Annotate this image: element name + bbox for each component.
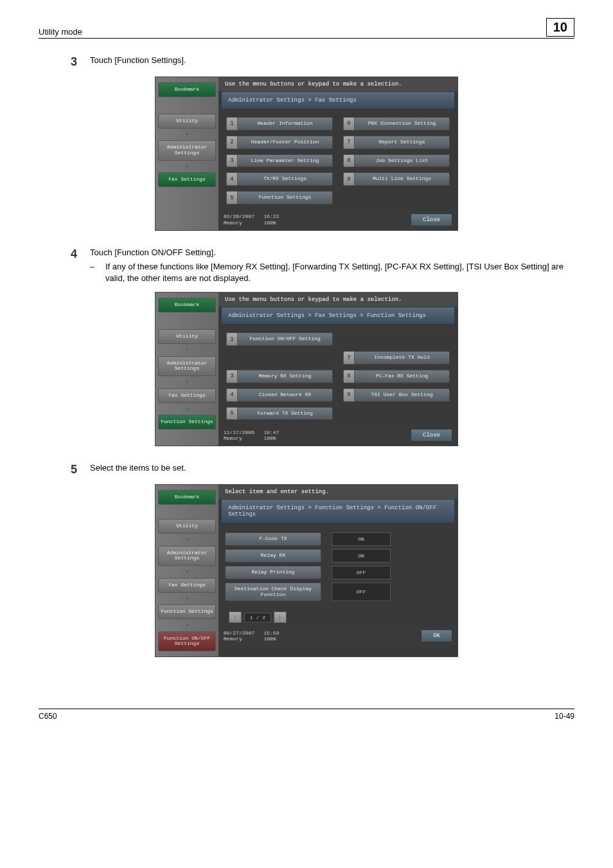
screen-instruction: Select item and enter setting. [218,485,458,499]
chevron-down-icon: ▾ [158,165,216,169]
menu-number: 6 [343,117,355,131]
menu-job-settings-list[interactable]: Job Settings List [355,154,450,168]
setting-relay-rx[interactable]: Relay RX [225,549,321,563]
menu-closed-network-rx[interactable]: Closed Network RX [238,388,333,402]
setting-value: OFF [332,566,391,579]
sidebar-admin-settings[interactable]: Administrator Settings [158,546,216,566]
menu-number: 9 [343,388,355,402]
bullet-dash: – [90,261,105,284]
sidebar-admin-settings[interactable]: Administrator Settings [158,356,216,377]
sidebar-fax-settings[interactable]: Fax Settings [158,172,216,187]
sidebar-bookmark[interactable]: Bookmark [158,490,216,505]
breadcrumb: Administrator Settings > Fax Settings > … [221,307,455,325]
status-bar: 09/27/2007 15:50 Memory 100% [224,630,279,642]
chapter-number: 10 [546,18,574,37]
sidebar-function-settings[interactable]: Function Settings [158,415,216,429]
screenshot-function-onoff: Bookmark Utility ▾ Administrator Setting… [155,484,458,657]
page-header: Utility mode 10 [39,18,574,39]
sidebar-bookmark[interactable]: Bookmark [158,82,216,97]
page-down-button[interactable]: ↓ [274,611,287,623]
menu-number: 3 [226,154,238,168]
menu-tsi-user-box[interactable]: TSI User Box Setting [355,388,450,402]
sidebar-function-onoff[interactable]: Function ON/OFF Settings [158,631,216,652]
page-footer: C650 10-49 [39,709,574,721]
menu-tx-rx-settings[interactable]: TX/RX Settings [238,172,333,186]
menu-number: 8 [343,154,355,168]
sidebar-function-settings[interactable]: Function Settings [158,604,216,619]
footer-model: C650 [39,712,57,721]
screenshot-fax-settings: Bookmark Utility ▾ Administrator Setting… [155,77,458,231]
menu-number: 3 [226,370,238,383]
close-button[interactable]: Close [411,213,452,226]
chevron-down-icon: ▾ [158,380,216,384]
sidebar-utility[interactable]: Utility [158,329,216,344]
breadcrumb: Administrator Settings > Fax Settings [221,91,455,109]
menu-multi-line-settings[interactable]: Multi Line Settings [355,172,450,186]
menu-incomplete-tx-hold[interactable]: Incomplete TX Hold [355,351,450,365]
sidebar-utility[interactable]: Utility [158,114,216,129]
page-indicator: 1 / 2 [244,613,271,622]
screenshot-function-settings: Bookmark Utility ▾ Administrator Setting… [155,292,458,446]
setting-value: ON [332,549,391,563]
menu-number: 5 [226,407,238,420]
menu-memory-rx[interactable]: Memory RX Setting [238,370,333,383]
chevron-down-icon: ▾ [158,132,216,137]
menu-number: 7 [343,351,355,365]
step-number-3: 3 [39,55,90,69]
menu-pcfax-rx[interactable]: PC-Fax RX Setting [355,370,450,383]
status-bar: 02/20/2007 16:22 Memory 100% [224,213,279,226]
step-text-5: Select the items to be set. [90,463,574,476]
menu-header-information[interactable]: Header Information [238,117,333,131]
menu-pbx-connection[interactable]: PBX Connection Setting [355,117,450,131]
chevron-down-icon: ▾ [158,623,216,628]
status-bar: 11/17/2006 18:47 Memory 100% [224,429,279,442]
setting-fcode-tx[interactable]: F-Code TX [225,532,321,546]
menu-number: 8 [343,370,355,383]
chevron-down-icon: ▾ [158,597,216,601]
setting-destination-check[interactable]: Destination Check Display Function [225,583,321,602]
footer-page-number: 10-49 [555,712,574,721]
sidebar-utility[interactable]: Utility [158,519,216,534]
menu-header-footer-position[interactable]: Header/Footer Position [238,136,333,149]
menu-number: 9 [343,172,355,186]
header-title: Utility mode [39,27,82,37]
sidebar-admin-settings[interactable]: Administrator Settings [158,140,216,161]
step-number-4: 4 [39,248,90,284]
menu-report-settings[interactable]: Report Settings [355,136,450,149]
step-text-3: Touch [Function Settings]. [90,55,574,69]
menu-number: 1 [226,332,238,346]
step-text-4: Touch [Function ON/OFF Setting]. [90,248,574,257]
chevron-down-icon: ▾ [158,538,216,542]
sidebar-fax-settings[interactable]: Fax Settings [158,578,216,593]
menu-forward-tx[interactable]: Forward TX Setting [238,407,333,420]
menu-function-onoff[interactable]: Function ON/OFF Setting [238,332,333,346]
sidebar-bookmark[interactable]: Bookmark [158,298,216,312]
sidebar-fax-settings[interactable]: Fax Settings [158,388,216,403]
chevron-down-icon: ▾ [158,348,216,352]
menu-number: 4 [226,172,238,186]
menu-number: 7 [343,136,355,149]
step-number-5: 5 [39,463,90,476]
setting-value: ON [332,532,391,546]
screen-instruction: Use the menu buttons or keypad to make a… [218,77,458,91]
setting-relay-printing[interactable]: Relay Printing [225,566,321,579]
menu-line-parameter[interactable]: Line Parameter Setting [238,154,333,168]
ok-button[interactable]: OK [421,629,452,642]
menu-number: 1 [226,117,238,131]
chevron-down-icon: ▾ [158,570,216,574]
menu-number: 2 [226,136,238,149]
menu-number: 4 [226,388,238,402]
menu-function-settings[interactable]: Function Settings [238,191,333,204]
menu-number: 5 [226,191,238,204]
chevron-down-icon: ▾ [158,407,216,411]
step-subtext-4: If any of these functions like [Memory R… [105,261,574,284]
page-up-button[interactable]: ↑ [229,611,242,623]
screen-instruction: Use the menu buttons or keypad to make a… [218,293,458,307]
setting-value: OFF [332,583,391,602]
breadcrumb: Administrator Settings > Function Settin… [221,499,455,523]
close-button[interactable]: Close [411,429,452,442]
